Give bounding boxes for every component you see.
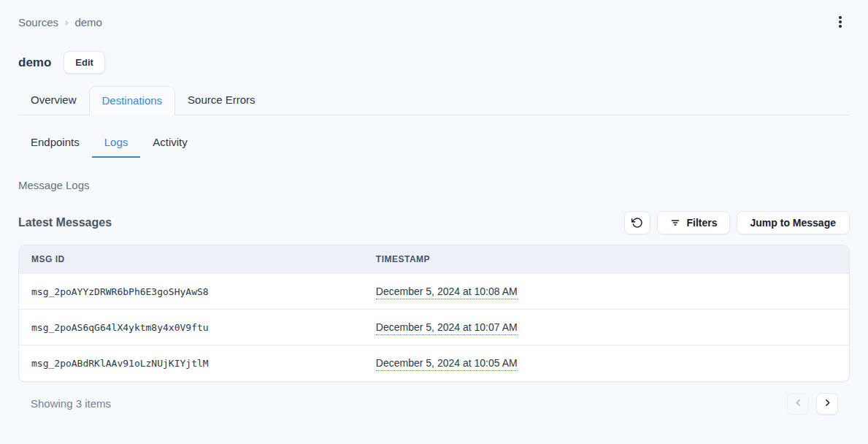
- items-count-summary: Showing 3 items: [18, 397, 111, 410]
- kebab-menu-icon[interactable]: [831, 12, 850, 31]
- refresh-button[interactable]: [624, 211, 650, 234]
- filters-button-label: Filters: [687, 217, 718, 229]
- breadcrumb-sources[interactable]: Sources: [18, 16, 58, 28]
- chevron-right-icon: ›: [65, 17, 68, 28]
- edit-button[interactable]: Edit: [64, 51, 105, 74]
- table-row[interactable]: msg_2poAS6qG64lX4yktm8y4x0V9ftu December…: [19, 310, 849, 345]
- source-detail-page: Sources › demo demo Edit Overview Destin…: [0, 0, 868, 415]
- chevron-left-icon: [794, 397, 803, 410]
- column-header-timestamp: TIMESTAMP: [364, 245, 849, 274]
- timestamp-value[interactable]: December 5, 2024 at 10:05 AM: [376, 357, 518, 371]
- pagination: [787, 393, 838, 415]
- filters-button[interactable]: Filters: [657, 211, 730, 234]
- msg-id-value: msg_2poABdRKlAAv91oLzNUjKIYjtlM: [31, 358, 209, 369]
- tab-source-errors[interactable]: Source Errors: [175, 86, 268, 115]
- msg-id-value: msg_2poAS6qG64lX4yktm8y4x0V9ftu: [31, 322, 209, 333]
- top-bar: Sources › demo: [18, 0, 850, 31]
- subtab-endpoints[interactable]: Endpoints: [18, 128, 92, 158]
- subtab-logs[interactable]: Logs: [92, 128, 141, 158]
- table-footer: Showing 3 items: [18, 393, 850, 415]
- messages-table-card: MSG ID TIMESTAMP msg_2poAYYzDRWR6bPh6E3g…: [18, 245, 850, 382]
- sub-tabs: Endpoints Logs Activity: [18, 128, 850, 158]
- message-actions: Filters Jump to Message: [624, 211, 850, 234]
- latest-messages-header: Latest Messages Filte: [18, 211, 850, 234]
- section-label-message-logs: Message Logs: [18, 179, 850, 191]
- table-row[interactable]: msg_2poAYYzDRWR6bPh6E3goSHyAwS8 December…: [19, 274, 849, 310]
- next-page-button[interactable]: [816, 393, 838, 415]
- main-tabs: Overview Destinations Source Errors: [18, 86, 850, 115]
- rotate-ccw-icon: [631, 217, 643, 229]
- timestamp-value[interactable]: December 5, 2024 at 10:07 AM: [376, 321, 518, 335]
- subtab-activity[interactable]: Activity: [140, 128, 200, 158]
- timestamp-value[interactable]: December 5, 2024 at 10:08 AM: [376, 286, 518, 299]
- title-row: demo Edit: [18, 51, 850, 74]
- tab-overview[interactable]: Overview: [18, 86, 89, 115]
- breadcrumb: Sources › demo: [18, 16, 102, 28]
- previous-page-button[interactable]: [787, 393, 809, 415]
- page-title: demo: [18, 56, 51, 70]
- jump-to-message-button[interactable]: Jump to Message: [737, 211, 850, 234]
- messages-table: MSG ID TIMESTAMP msg_2poAYYzDRWR6bPh6E3g…: [19, 245, 849, 381]
- latest-messages-title: Latest Messages: [18, 216, 112, 229]
- table-header-row: MSG ID TIMESTAMP: [19, 245, 849, 274]
- breadcrumb-demo[interactable]: demo: [74, 16, 102, 28]
- chevron-right-icon: [823, 397, 832, 410]
- table-row[interactable]: msg_2poABdRKlAAv91oLzNUjKIYjtlM December…: [19, 345, 849, 381]
- msg-id-value: msg_2poAYYzDRWR6bPh6E3goSHyAwS8: [31, 286, 209, 297]
- tab-destinations[interactable]: Destinations: [89, 86, 176, 115]
- column-header-msg-id: MSG ID: [19, 245, 364, 274]
- filter-lines-icon: [669, 217, 681, 229]
